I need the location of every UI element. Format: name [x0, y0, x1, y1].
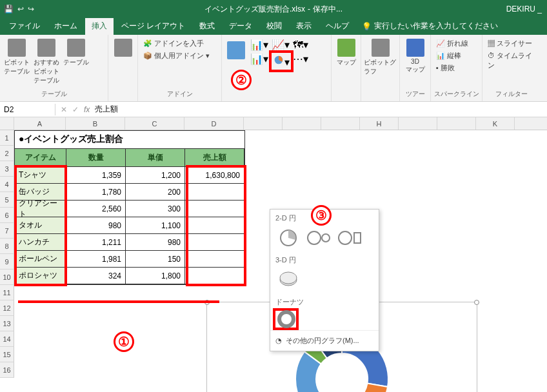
donut-header: ドーナツ — [270, 293, 379, 308]
more-pie-charts[interactable]: ◔ その他の円グラフ(M)... — [270, 330, 379, 351]
row-header[interactable]: 5 — [0, 192, 14, 208]
undo-icon[interactable]: ↩ — [17, 5, 24, 14]
table-row[interactable]: タオル9801,100 — [15, 217, 244, 234]
sparkline-col-button[interactable]: 📊 縦棒 — [436, 51, 468, 61]
tab-layout[interactable]: ページ レイアウト — [115, 17, 192, 35]
account-user[interactable]: DEKIRU _ — [506, 5, 542, 14]
table-cell: 300 — [126, 201, 185, 217]
pivottable-button[interactable]: ピボット テーブル — [3, 36, 31, 76]
column-chart-button[interactable]: 📊▾ — [250, 39, 270, 51]
tell-me[interactable]: 💡 実行したい作業を入力してください — [357, 17, 503, 35]
col-header[interactable]: H — [360, 117, 399, 130]
row-header[interactable]: 15 — [0, 347, 14, 362]
my-addins-label: 個人用アドイン — [154, 52, 204, 59]
map-button[interactable]: マップ — [334, 36, 358, 67]
recommended-pivot-button[interactable]: おすすめ ピボットテーブル — [32, 36, 61, 85]
annotation-3: ③ — [311, 205, 332, 226]
pie-2d-option[interactable] — [275, 227, 301, 249]
row-header[interactable]: 3 — [0, 161, 14, 177]
col-header[interactable]: A — [14, 117, 66, 130]
enter-icon[interactable]: ✓ — [72, 105, 79, 114]
tab-help[interactable]: ヘルプ — [319, 17, 355, 35]
table-row[interactable]: ボールペン1,981150 — [15, 251, 244, 268]
row-header[interactable]: 4 — [0, 177, 14, 192]
area-chart-button[interactable]: 🗺▾ — [293, 39, 312, 51]
tab-formulas[interactable]: 数式 — [193, 17, 221, 35]
tab-review[interactable]: 校閲 — [260, 17, 288, 35]
cancel-icon[interactable]: ✕ — [61, 105, 67, 114]
row-header[interactable]: 1 — [0, 130, 14, 146]
row-header[interactable]: 10 — [0, 270, 14, 285]
row-header[interactable]: 9 — [0, 254, 14, 270]
map3d-label: 3D マップ — [406, 58, 425, 74]
sparkline-wl-button[interactable]: ▪ 勝敗 — [436, 63, 468, 73]
name-box[interactable]: D2 — [0, 104, 55, 115]
row-header[interactable]: 16 — [0, 362, 14, 378]
redo-icon[interactable]: ↪ — [28, 5, 34, 14]
row-header[interactable]: 2 — [0, 146, 14, 161]
col-header[interactable]: B — [66, 117, 125, 130]
col-header[interactable]: K — [476, 117, 515, 130]
table-row[interactable]: Tシャツ1,3591,2001,630,800 — [15, 167, 244, 184]
illustrations-button[interactable] — [111, 36, 135, 57]
row-header[interactable]: 6 — [0, 208, 14, 223]
tab-data[interactable]: データ — [223, 17, 259, 35]
my-addins-button[interactable]: 📦 個人用アドイン ▾ — [143, 51, 210, 61]
tab-file[interactable]: ファイル — [3, 17, 46, 35]
col-header[interactable]: D — [184, 117, 244, 130]
table-cell — [185, 184, 244, 201]
group-tour-label: ツアー — [403, 88, 428, 100]
table-row[interactable]: クリアシート2,560300 — [15, 201, 244, 217]
annotation-2: ② — [231, 70, 252, 90]
get-addins-button[interactable]: 🧩 アドインを入手 — [143, 39, 210, 48]
tab-view[interactable]: 表示 — [290, 17, 318, 35]
tab-insert[interactable]: 挿入 — [85, 17, 114, 35]
pie-of-pie-option[interactable] — [306, 227, 332, 249]
table-cell: 1,981 — [66, 251, 126, 268]
col-header[interactable] — [244, 117, 283, 130]
col-header[interactable] — [437, 117, 476, 130]
sparkline-line-button[interactable]: 📈 折れ線 — [436, 39, 468, 48]
line-chart-button[interactable]: 📈▾ — [272, 39, 291, 51]
row-header[interactable]: 14 — [0, 331, 14, 347]
svg-rect-5 — [354, 233, 361, 243]
pivotchart-label: ピボットグラフ — [364, 58, 397, 76]
row-header[interactable]: 12 — [0, 300, 14, 316]
data-table[interactable]: ●イベントグッズ売上割合 アイテム数量単価売上額 Tシャツ1,3591,2001… — [14, 130, 245, 285]
bar-chart-button[interactable]: 📊▾ — [250, 53, 270, 70]
timeline-button[interactable]: ⏱ タイムライン — [488, 51, 535, 70]
fx-icon[interactable]: fx — [84, 105, 90, 114]
table-row[interactable]: ハンカチ1,211980 — [15, 234, 244, 251]
tab-home[interactable]: ホーム — [48, 17, 84, 35]
col-header[interactable] — [321, 117, 360, 130]
globe-icon — [406, 39, 424, 57]
col-header[interactable] — [283, 117, 321, 130]
slicer-button[interactable]: ▦ スライサー — [488, 39, 535, 48]
formula-bar[interactable]: 売上額 — [95, 104, 118, 115]
pivotchart-button[interactable]: ピボットグラフ — [364, 36, 397, 76]
table-cell — [185, 234, 244, 251]
row-header[interactable]: 7 — [0, 223, 14, 239]
pie-3d-option[interactable] — [275, 269, 301, 291]
row-header[interactable]: 13 — [0, 316, 14, 331]
illustrations-icon — [114, 39, 132, 57]
table-button[interactable]: テーブル — [62, 36, 90, 67]
bar-of-pie-option[interactable] — [337, 227, 363, 249]
scatter-chart-button[interactable]: ⋯▾ — [293, 53, 312, 70]
row-header[interactable]: 8 — [0, 239, 14, 254]
recommended-charts-button[interactable] — [224, 39, 248, 59]
table-cell: 1,200 — [126, 167, 185, 184]
table-cell: 1,630,800 — [185, 167, 244, 184]
pie-chart-button[interactable]: ▾ — [269, 50, 293, 72]
table-header-cell: 数量 — [66, 149, 126, 167]
pie-3d-header: 3-D 円 — [270, 251, 379, 266]
doughnut-option[interactable] — [273, 308, 299, 330]
col-header[interactable] — [399, 117, 437, 130]
map3d-button[interactable]: 3D マップ — [403, 36, 428, 74]
table-cell: 1,100 — [126, 217, 185, 234]
row-header[interactable]: 11 — [0, 285, 14, 300]
col-header[interactable]: C — [125, 117, 184, 130]
table-row[interactable]: ポロシャツ3241,800 — [15, 268, 244, 284]
table-cell: 200 — [126, 184, 185, 201]
save-icon[interactable]: 💾 — [4, 5, 14, 14]
